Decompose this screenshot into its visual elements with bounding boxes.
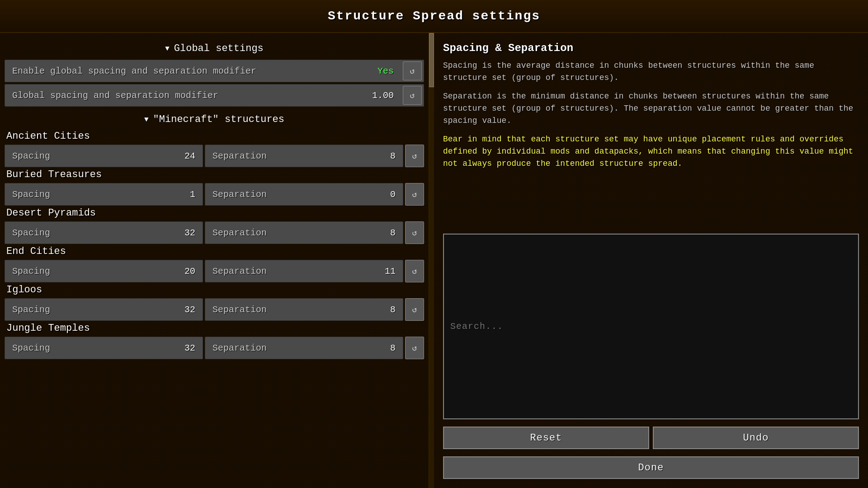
title-bar: Structure Spread settings — [0, 0, 868, 33]
structure-reset-button-2[interactable]: ↺ — [405, 221, 424, 244]
structure-reset-button-1[interactable]: ↺ — [405, 183, 424, 206]
scrollbar[interactable] — [429, 33, 434, 488]
structure-name-1: Buried Treasures — [5, 169, 424, 180]
minecraft-section-header: ▼ "Minecraft" structures — [5, 108, 424, 131]
reset-undo-row: Reset Undo — [443, 427, 859, 449]
separation-label-3: Separation — [212, 266, 382, 277]
main-layout: ▼ Global settings Enable global spacing … — [0, 33, 868, 488]
global-modifier-reset-button[interactable]: ↺ — [403, 86, 422, 105]
spacing-label-2: Spacing — [12, 228, 182, 238]
structure-reset-button-3[interactable]: ↺ — [405, 260, 424, 282]
enable-global-value: Yes — [370, 66, 401, 76]
global-modifier-label: Global spacing and separation modifier — [5, 90, 365, 101]
minecraft-section-label: "Minecraft" structures — [153, 114, 284, 125]
spacing-cell-0[interactable]: Spacing24 — [5, 145, 203, 167]
separation-cell-4[interactable]: Separation8 — [205, 298, 403, 321]
separation-value-2: 8 — [382, 228, 396, 238]
spacing-value-1: 1 — [182, 189, 195, 200]
info-box: Spacing & Separation Spacing is the aver… — [443, 42, 859, 226]
separation-value-1: 0 — [382, 189, 396, 200]
structure-reset-button-4[interactable]: ↺ — [405, 298, 424, 321]
enable-global-row[interactable]: Enable global spacing and separation mod… — [5, 60, 424, 82]
structure-name-0: Ancient Cities — [5, 131, 424, 142]
info-title: Spacing & Separation — [443, 42, 859, 54]
scrollbar-thumb[interactable] — [429, 33, 434, 87]
structure-name-3: End Cities — [5, 246, 424, 257]
spacing-label-0: Spacing — [12, 151, 182, 161]
structure-row-3: Spacing20Separation11↺ — [5, 260, 424, 282]
separation-value-5: 8 — [382, 343, 396, 353]
left-content: ▼ Global settings Enable global spacing … — [0, 33, 429, 488]
done-button[interactable]: Done — [443, 456, 859, 479]
enable-global-label: Enable global spacing and separation mod… — [5, 66, 370, 76]
structure-name-4: Igloos — [5, 284, 424, 296]
structure-reset-button-5[interactable]: ↺ — [405, 337, 424, 359]
info-paragraph-2: Separation is the minimum distance in ch… — [443, 90, 859, 127]
structure-row-5: Spacing32Separation8↺ — [5, 337, 424, 359]
info-paragraph-1: Spacing is the average distance in chunk… — [443, 60, 859, 84]
global-section-label: Global settings — [174, 43, 264, 54]
separation-value-0: 8 — [382, 151, 396, 161]
spacing-value-0: 24 — [182, 151, 195, 161]
enable-global-reset-button[interactable]: ↺ — [403, 61, 422, 80]
separation-label-1: Separation — [212, 189, 382, 200]
global-modifier-row[interactable]: Global spacing and separation modifier 1… — [5, 84, 424, 107]
structure-row-4: Spacing32Separation8↺ — [5, 298, 424, 321]
search-input[interactable] — [443, 234, 859, 420]
separation-label-0: Separation — [212, 151, 382, 161]
structure-name-5: Jungle Temples — [5, 323, 424, 334]
structure-name-2: Desert Pyramids — [5, 207, 424, 219]
spacing-cell-1[interactable]: Spacing1 — [5, 183, 203, 206]
structures-container: Ancient CitiesSpacing24Separation8↺Burie… — [5, 131, 424, 359]
spacing-value-3: 20 — [182, 266, 195, 277]
separation-label-5: Separation — [212, 343, 382, 353]
reset-icon: ↺ — [410, 66, 415, 76]
info-paragraph-3: Bear in mind that each structure set may… — [443, 133, 859, 170]
spacing-label-5: Spacing — [12, 343, 182, 353]
global-section-header: ▼ Global settings — [5, 38, 424, 60]
separation-cell-0[interactable]: Separation8 — [205, 145, 403, 167]
spacing-label-3: Spacing — [12, 266, 182, 277]
separation-cell-3[interactable]: Separation11 — [205, 260, 403, 282]
left-panel: ▼ Global settings Enable global spacing … — [0, 33, 434, 488]
right-panel: Spacing & Separation Spacing is the aver… — [434, 33, 868, 488]
spacing-value-5: 32 — [182, 343, 195, 353]
spacing-cell-3[interactable]: Spacing20 — [5, 260, 203, 282]
spacing-label-4: Spacing — [12, 305, 182, 315]
separation-value-4: 8 — [382, 305, 396, 315]
spacing-cell-4[interactable]: Spacing32 — [5, 298, 203, 321]
undo-button[interactable]: Undo — [653, 427, 859, 449]
minecraft-collapse-icon[interactable]: ▼ — [144, 116, 149, 124]
global-collapse-icon[interactable]: ▼ — [165, 45, 170, 53]
spacing-cell-2[interactable]: Spacing32 — [5, 221, 203, 244]
spacing-label-1: Spacing — [12, 189, 182, 200]
separation-cell-2[interactable]: Separation8 — [205, 221, 403, 244]
separation-cell-1[interactable]: Separation0 — [205, 183, 403, 206]
structure-row-0: Spacing24Separation8↺ — [5, 145, 424, 167]
separation-label-2: Separation — [212, 228, 382, 238]
structure-row-1: Spacing1Separation0↺ — [5, 183, 424, 206]
separation-cell-5[interactable]: Separation8 — [205, 337, 403, 359]
structure-reset-button-0[interactable]: ↺ — [405, 145, 424, 167]
spacing-value-4: 32 — [182, 305, 195, 315]
separation-label-4: Separation — [212, 305, 382, 315]
structure-row-2: Spacing32Separation8↺ — [5, 221, 424, 244]
spacing-value-2: 32 — [182, 228, 195, 238]
reset-button[interactable]: Reset — [443, 427, 649, 449]
page-title: Structure Spread settings — [328, 9, 540, 23]
spacing-cell-5[interactable]: Spacing32 — [5, 337, 203, 359]
reset-icon-2: ↺ — [410, 90, 415, 100]
separation-value-3: 11 — [382, 266, 396, 277]
global-modifier-value: 1.00 — [365, 90, 401, 101]
